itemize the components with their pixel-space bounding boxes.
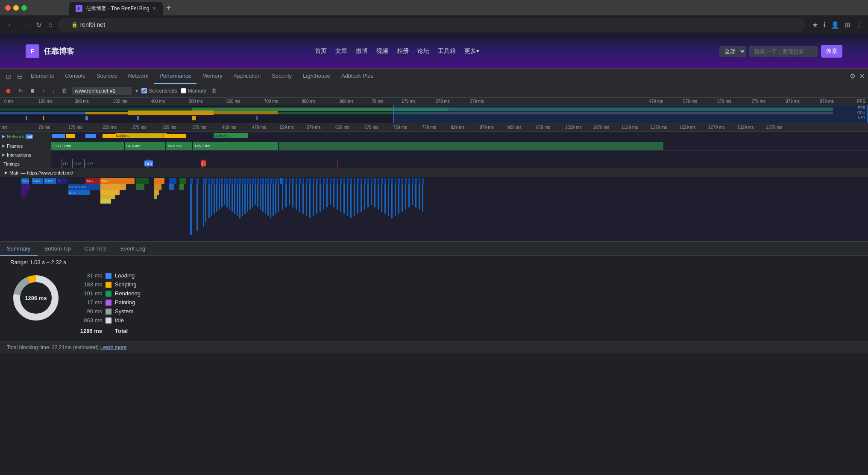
- nav-home[interactable]: 首页: [315, 47, 327, 55]
- learn-more-link[interactable]: Learn more: [100, 344, 126, 350]
- tab-close-icon[interactable]: ×: [153, 6, 156, 12]
- settings-icon[interactable]: ⚙: [850, 72, 856, 80]
- svg-rect-218: [408, 178, 410, 184]
- svg-rect-111: [267, 178, 269, 184]
- maximize-button[interactable]: [21, 5, 27, 11]
- svg-rect-203: [381, 184, 382, 212]
- tab-elements[interactable]: Elements: [26, 69, 59, 84]
- ruler-279: 279 ms: [436, 99, 450, 104]
- forward-button[interactable]: →: [20, 19, 31, 31]
- search-button[interactable]: 搜索: [821, 45, 842, 58]
- network-track-label[interactable]: ▶Network net: [0, 132, 51, 141]
- record-button[interactable]: ⏺: [3, 86, 13, 95]
- svg-rect-142: [275, 184, 276, 214]
- ruler-679: 679 ms: [717, 99, 731, 104]
- overview-ruler: 0 ms 100 ms 200 ms 300 ms 400 ms 500 ms …: [0, 98, 868, 105]
- svg-rect-106: [255, 178, 256, 184]
- svg-rect-12: [137, 116, 139, 120]
- address-input[interactable]: 🔒 renfei.net: [58, 18, 805, 32]
- nav-tools[interactable]: 工具箱: [438, 47, 456, 55]
- new-tab-button[interactable]: +: [163, 0, 175, 15]
- tab-summary[interactable]: Summary: [0, 242, 38, 256]
- flame-chart[interactable]: Task Pars... HTML T... Task Parse HTML: [0, 177, 868, 241]
- svg-rect-185: [350, 184, 352, 218]
- svg-rect-101: [242, 178, 243, 184]
- svg-rect-152: [296, 178, 297, 184]
- close-devtools-icon[interactable]: ✕: [859, 72, 865, 80]
- info-icon[interactable]: ℹ: [823, 21, 826, 29]
- tab-event-log[interactable]: Event Log: [114, 242, 152, 256]
- svg-rect-68: [100, 195, 115, 199]
- logo-icon: F: [26, 44, 39, 58]
- nav-photos[interactable]: 相册: [397, 47, 409, 55]
- clear-perf-button[interactable]: ⏹: [28, 87, 37, 95]
- interactions-label[interactable]: ▶Interactions: [0, 151, 51, 159]
- main-thread-header: ▼ Main — https://www.renfei.net/: [0, 169, 868, 177]
- reload-perf-button[interactable]: ↻: [17, 87, 25, 95]
- svg-rect-213: [398, 184, 399, 214]
- ruler-400: 400 ms: [151, 99, 165, 104]
- more-icon[interactable]: ⋮: [855, 20, 863, 29]
- svg-rect-85: [203, 184, 204, 227]
- svg-rect-178: [340, 178, 342, 184]
- reload-button[interactable]: ↻: [34, 19, 43, 31]
- home-button[interactable]: ⌂: [47, 19, 54, 30]
- tab-memory[interactable]: Memory: [197, 69, 228, 84]
- selection-window[interactable]: [393, 105, 868, 123]
- svg-text:E...t: E...t: [69, 191, 76, 195]
- active-tab[interactable]: F 任靠博客 - The RenFei Blog ×: [69, 2, 163, 15]
- screenshots-toggle[interactable]: Screenshots: [141, 88, 177, 94]
- download-button[interactable]: ↓: [50, 87, 57, 95]
- memory-toggle[interactable]: Memory: [181, 88, 206, 94]
- svg-rect-210: [395, 178, 396, 184]
- svg-text:185.7 ms: 185.7 ms: [194, 144, 211, 148]
- url-dropdown[interactable]: ▾: [135, 88, 138, 94]
- tab-security[interactable]: Security: [267, 69, 297, 84]
- bottom-content: 1286 ms 31 ms Loading 183 ms: [0, 265, 868, 341]
- svg-rect-140: [270, 184, 271, 218]
- star-icon[interactable]: ★: [812, 21, 818, 29]
- upload-button[interactable]: ↑: [41, 87, 47, 95]
- frames-track-label[interactable]: ▶Frames: [0, 141, 51, 150]
- trash-button[interactable]: 🗑: [60, 87, 69, 95]
- search-category[interactable]: 全部: [719, 46, 746, 57]
- nav-weibo[interactable]: 微博: [356, 47, 368, 55]
- tab-bottom-up[interactable]: Bottom-Up: [38, 242, 78, 256]
- svg-rect-167: [320, 184, 321, 212]
- bottom-panel: Summary Bottom-Up Call Tree Event Log Ra…: [0, 242, 868, 341]
- svg-rect-16: [66, 134, 75, 138]
- tab-lighthouse[interactable]: Lighthouse: [298, 69, 335, 84]
- svg-rect-109: [262, 178, 264, 184]
- trash-recordings[interactable]: 🗑: [210, 87, 219, 95]
- minimize-button[interactable]: [13, 5, 19, 11]
- svg-rect-83: [196, 184, 198, 231]
- back-button[interactable]: ←: [5, 19, 16, 31]
- tab-sources[interactable]: Sources: [91, 69, 122, 84]
- extension-icon[interactable]: ⊞: [845, 21, 850, 29]
- svg-rect-214: [402, 178, 403, 184]
- profile-url[interactable]: [72, 87, 132, 95]
- nav-forum[interactable]: 论坛: [417, 47, 429, 55]
- tab-console[interactable]: Console: [60, 69, 91, 84]
- close-button[interactable]: [5, 5, 11, 11]
- nav-video[interactable]: 视频: [376, 47, 388, 55]
- svg-rect-149: [289, 184, 290, 205]
- tab-performance[interactable]: Performance: [154, 69, 196, 84]
- account-icon[interactable]: 👤: [831, 21, 839, 29]
- tab-call-tree[interactable]: Call Tree: [78, 242, 114, 256]
- svg-rect-110: [265, 178, 267, 184]
- status-bar: Total blocking time: 22.21ms (estimated)…: [0, 341, 868, 353]
- devtools-popout-icon[interactable]: ⊟: [15, 73, 25, 80]
- devtools-dock-icon[interactable]: ⊡: [3, 73, 14, 80]
- search-input[interactable]: [749, 46, 818, 57]
- tab-network[interactable]: Network: [123, 69, 154, 84]
- tab-adblock[interactable]: Adblock Plus: [336, 69, 378, 84]
- track-ruler: ms 79 ms 179 ms 229 ms 279 ms 329 ms 379…: [0, 123, 868, 132]
- svg-rect-175: [333, 184, 334, 207]
- scripting-ms: 183 ms: [79, 281, 102, 288]
- nav-more[interactable]: 更多▾: [464, 47, 479, 55]
- svg-rect-170: [326, 178, 328, 184]
- tab-application[interactable]: Application: [229, 69, 266, 84]
- svg-rect-189: [357, 184, 358, 214]
- nav-articles[interactable]: 文章: [335, 47, 347, 55]
